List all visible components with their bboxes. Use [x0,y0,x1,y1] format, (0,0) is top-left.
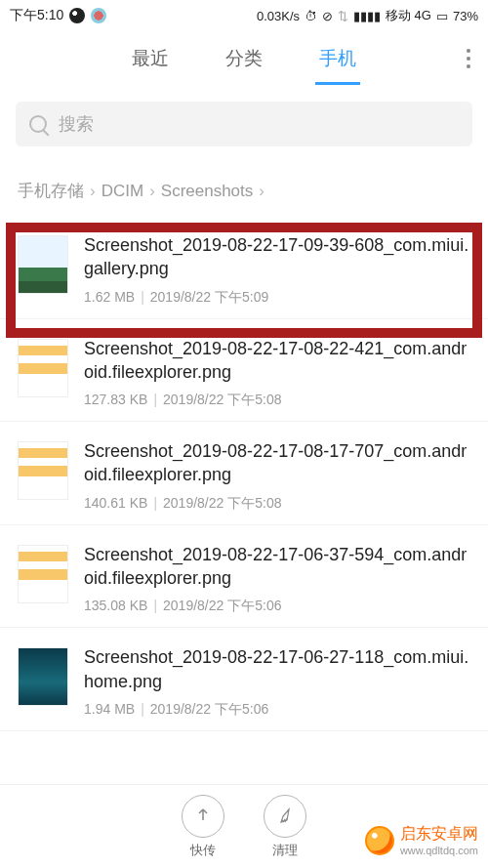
upload-icon [182,795,224,838]
file-thumbnail [18,545,68,603]
breadcrumb-item[interactable]: 手机存储 [18,180,84,202]
file-date: 2019/8/22 下午5:06 [163,598,281,613]
file-size: 135.08 KB [84,598,147,613]
status-time: 下午5:10 [10,7,63,24]
file-name: Screenshot_2019-08-22-17-09-39-608_com.m… [84,233,470,281]
file-item[interactable]: Screenshot_2019-08-22-17-08-17-707_com.a… [0,422,488,525]
file-info: Screenshot_2019-08-22-17-06-37-594_com.a… [84,543,470,616]
qq-icon [69,8,85,23]
file-size: 1.94 MB [84,701,135,717]
carrier-label: 移动 4G [386,7,431,24]
tab-phone[interactable]: 手机 [315,46,360,71]
file-date: 2019/8/22 下午5:08 [163,392,281,407]
file-item[interactable]: Screenshot_2019-08-22-17-06-27-118_com.m… [0,628,488,731]
network-speed: 0.03K/s [257,9,300,23]
watermark-logo-icon [365,826,394,855]
file-item[interactable]: Screenshot_2019-08-22-17-06-37-594_com.a… [0,525,488,629]
file-meta: 1.94 MB|2019/8/22 下午5:06 [84,701,470,719]
clean-label: 清理 [272,842,298,859]
file-size: 1.62 MB [84,289,135,305]
search-icon [29,115,47,133]
watermark: 启东安卓网 www.qdltdq.com [365,824,478,856]
tab-recent[interactable]: 最近 [128,46,173,71]
alarm-icon: ⏱ [305,9,317,23]
breadcrumb-item[interactable]: Screenshots [161,182,254,201]
watermark-text: 启东安卓网 [400,825,478,842]
quick-share-button[interactable]: 快传 [182,795,224,859]
file-info: Screenshot_2019-08-22-17-09-39-608_com.m… [84,233,470,307]
file-date: 2019/8/22 下午5:09 [150,289,268,305]
file-thumbnail [18,441,68,500]
file-list: Screenshot_2019-08-22-17-09-39-608_com.m… [0,216,488,731]
clean-button[interactable]: 清理 [264,795,306,859]
file-name: Screenshot_2019-08-22-17-06-27-118_com.m… [84,645,470,693]
file-date: 2019/8/22 下午5:06 [150,701,268,717]
file-date: 2019/8/22 下午5:08 [163,495,281,511]
search-input[interactable]: 搜索 [16,102,472,146]
file-size: 140.61 KB [84,495,147,511]
dnd-icon: ⊘ [322,9,333,23]
file-name: Screenshot_2019-08-22-17-08-22-421_com.a… [84,337,470,385]
watermark-url: www.qdltdq.com [400,845,478,856]
chevron-right-icon: › [149,182,155,201]
file-name: Screenshot_2019-08-22-17-08-17-707_com.a… [84,439,470,487]
file-info: Screenshot_2019-08-22-17-08-22-421_com.a… [84,337,470,410]
signal-icon: ▮▮▮▮ [353,9,381,23]
file-meta: 135.08 KB|2019/8/22 下午5:06 [84,598,470,615]
file-meta: 127.83 KB|2019/8/22 下午5:08 [84,392,470,409]
status-bar: 下午5:10 0.03K/s ⏱ ⊘ ⇅ ▮▮▮▮ 移动 4G ▭ 73% [0,0,488,31]
file-size: 127.83 KB [84,392,147,407]
file-meta: 1.62 MB|2019/8/22 下午5:09 [84,289,470,307]
chevron-right-icon: › [90,182,96,201]
tab-bar: 最近 分类 手机 [0,31,488,86]
quick-share-label: 快传 [190,842,216,859]
file-thumbnail [18,647,68,706]
file-info: Screenshot_2019-08-22-17-08-17-707_com.a… [84,439,470,513]
file-item[interactable]: Screenshot_2019-08-22-17-08-22-421_com.a… [0,319,488,423]
battery-percent: 73% [453,9,478,23]
breadcrumb[interactable]: 手机存储 › DCIM › Screenshots › [0,154,488,216]
overflow-menu-icon[interactable] [467,49,470,68]
battery-icon: ▭ [436,9,448,23]
file-name: Screenshot_2019-08-22-17-06-37-594_com.a… [84,543,470,591]
file-meta: 140.61 KB|2019/8/22 下午5:08 [84,495,470,513]
bluetooth-icon: ⇅ [338,9,348,23]
broom-icon [264,795,306,838]
file-thumbnail [18,339,68,397]
file-thumbnail [18,235,68,294]
search-placeholder: 搜索 [59,112,94,136]
chevron-right-icon: › [259,182,264,201]
tab-category[interactable]: 分类 [222,46,266,71]
breadcrumb-item[interactable]: DCIM [102,182,143,201]
file-item[interactable]: Screenshot_2019-08-22-17-09-39-608_com.m… [0,216,488,319]
file-info: Screenshot_2019-08-22-17-06-27-118_com.m… [84,645,470,719]
app-notification-icon [91,8,106,23]
